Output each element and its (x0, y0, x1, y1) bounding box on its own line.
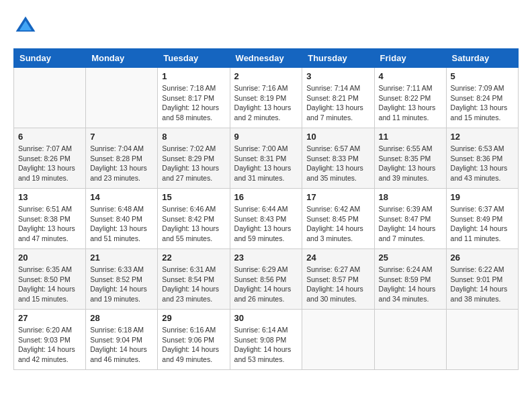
day-number: 9 (234, 132, 298, 142)
day-info: Sunrise: 6:37 AMSunset: 8:49 PMDaylight:… (451, 204, 514, 244)
day-info: Sunrise: 6:14 AMSunset: 9:08 PMDaylight:… (234, 325, 298, 365)
day-number: 30 (234, 313, 298, 323)
day-info: Sunrise: 6:20 AMSunset: 9:03 PMDaylight:… (18, 325, 81, 365)
day-info: Sunrise: 6:48 AMSunset: 8:40 PMDaylight:… (90, 204, 153, 244)
calendar-day-cell: 24Sunrise: 6:27 AMSunset: 8:57 PMDayligh… (302, 249, 374, 310)
day-info: Sunrise: 6:35 AMSunset: 8:50 PMDaylight:… (18, 265, 81, 304)
day-number: 24 (306, 253, 369, 263)
calendar-day-cell: 11Sunrise: 6:55 AMSunset: 8:35 PMDayligh… (374, 128, 446, 189)
calendar-day-cell: 25Sunrise: 6:24 AMSunset: 8:59 PMDayligh… (374, 249, 446, 310)
logo (13, 13, 42, 38)
calendar-day-cell: 29Sunrise: 6:16 AMSunset: 9:06 PMDayligh… (158, 310, 230, 370)
day-info: Sunrise: 7:07 AMSunset: 8:26 PMDaylight:… (18, 144, 81, 183)
calendar-day-cell: 22Sunrise: 6:31 AMSunset: 8:54 PMDayligh… (158, 249, 230, 310)
day-info: Sunrise: 7:00 AMSunset: 8:31 PMDaylight:… (234, 144, 298, 183)
day-info: Sunrise: 6:24 AMSunset: 8:59 PMDaylight:… (379, 265, 442, 304)
calendar-day-cell: 13Sunrise: 6:51 AMSunset: 8:38 PMDayligh… (14, 189, 86, 249)
calendar-week-row: 20Sunrise: 6:35 AMSunset: 8:50 PMDayligh… (14, 249, 519, 310)
calendar-day-cell: 5Sunrise: 7:09 AMSunset: 8:24 PMDaylight… (446, 68, 518, 128)
calendar-day-cell: 17Sunrise: 6:42 AMSunset: 8:45 PMDayligh… (302, 189, 374, 249)
calendar-day-cell: 14Sunrise: 6:48 AMSunset: 8:40 PMDayligh… (86, 189, 158, 249)
day-info: Sunrise: 7:16 AMSunset: 8:19 PMDaylight:… (234, 83, 298, 123)
weekday-header-wednesday: Wednesday (230, 49, 302, 68)
calendar-day-cell: 18Sunrise: 6:39 AMSunset: 8:47 PMDayligh… (374, 189, 446, 249)
day-number: 13 (18, 192, 81, 202)
calendar-week-row: 6Sunrise: 7:07 AMSunset: 8:26 PMDaylight… (14, 128, 519, 189)
day-number: 11 (379, 132, 442, 142)
day-number: 6 (18, 132, 81, 142)
day-number: 16 (234, 192, 298, 202)
calendar-day-cell (86, 68, 158, 128)
day-number: 2 (234, 71, 298, 81)
calendar-day-cell (374, 310, 446, 370)
calendar-day-cell: 1Sunrise: 7:18 AMSunset: 8:17 PMDaylight… (158, 68, 230, 128)
weekday-header-row: SundayMondayTuesdayWednesdayThursdayFrid… (14, 49, 519, 68)
day-info: Sunrise: 6:55 AMSunset: 8:35 PMDaylight:… (379, 144, 442, 183)
day-info: Sunrise: 6:51 AMSunset: 8:38 PMDaylight:… (18, 204, 81, 244)
day-info: Sunrise: 6:53 AMSunset: 8:36 PMDaylight:… (451, 144, 514, 183)
calendar-day-cell: 21Sunrise: 6:33 AMSunset: 8:52 PMDayligh… (86, 249, 158, 310)
calendar-week-row: 13Sunrise: 6:51 AMSunset: 8:38 PMDayligh… (14, 189, 519, 249)
day-number: 14 (90, 192, 153, 202)
calendar-day-cell: 15Sunrise: 6:46 AMSunset: 8:42 PMDayligh… (158, 189, 230, 249)
day-info: Sunrise: 6:44 AMSunset: 8:43 PMDaylight:… (234, 204, 298, 244)
day-number: 25 (379, 253, 442, 263)
calendar-day-cell: 4Sunrise: 7:11 AMSunset: 8:22 PMDaylight… (374, 68, 446, 128)
calendar-day-cell: 9Sunrise: 7:00 AMSunset: 8:31 PMDaylight… (230, 128, 302, 189)
calendar-day-cell: 27Sunrise: 6:20 AMSunset: 9:03 PMDayligh… (14, 310, 86, 370)
day-info: Sunrise: 7:09 AMSunset: 8:24 PMDaylight:… (451, 83, 514, 123)
calendar-day-cell (302, 310, 374, 370)
calendar-day-cell: 28Sunrise: 6:18 AMSunset: 9:04 PMDayligh… (86, 310, 158, 370)
calendar-week-row: 27Sunrise: 6:20 AMSunset: 9:03 PMDayligh… (14, 310, 519, 370)
day-number: 27 (18, 313, 81, 323)
calendar-day-cell: 20Sunrise: 6:35 AMSunset: 8:50 PMDayligh… (14, 249, 86, 310)
day-number: 3 (306, 71, 369, 81)
calendar-day-cell: 8Sunrise: 7:02 AMSunset: 8:29 PMDaylight… (158, 128, 230, 189)
day-number: 18 (379, 192, 442, 202)
day-number: 20 (18, 253, 81, 263)
calendar-day-cell (14, 68, 86, 128)
day-number: 12 (451, 132, 514, 142)
day-info: Sunrise: 6:46 AMSunset: 8:42 PMDaylight:… (162, 204, 225, 244)
page-header (13, 13, 519, 38)
calendar-day-cell: 6Sunrise: 7:07 AMSunset: 8:26 PMDaylight… (14, 128, 86, 189)
calendar-day-cell: 12Sunrise: 6:53 AMSunset: 8:36 PMDayligh… (446, 128, 518, 189)
calendar-day-cell: 10Sunrise: 6:57 AMSunset: 8:33 PMDayligh… (302, 128, 374, 189)
day-info: Sunrise: 7:14 AMSunset: 8:21 PMDaylight:… (306, 83, 369, 123)
day-info: Sunrise: 6:42 AMSunset: 8:45 PMDaylight:… (306, 204, 369, 244)
weekday-header-friday: Friday (374, 49, 446, 68)
day-info: Sunrise: 7:04 AMSunset: 8:28 PMDaylight:… (90, 144, 153, 183)
calendar-day-cell: 26Sunrise: 6:22 AMSunset: 9:01 PMDayligh… (446, 249, 518, 310)
day-number: 23 (234, 253, 298, 263)
day-number: 10 (306, 132, 369, 142)
day-info: Sunrise: 6:33 AMSunset: 8:52 PMDaylight:… (90, 265, 153, 304)
day-info: Sunrise: 7:18 AMSunset: 8:17 PMDaylight:… (162, 83, 225, 123)
calendar-day-cell: 30Sunrise: 6:14 AMSunset: 9:08 PMDayligh… (230, 310, 302, 370)
day-info: Sunrise: 6:57 AMSunset: 8:33 PMDaylight:… (306, 144, 369, 183)
calendar-day-cell: 16Sunrise: 6:44 AMSunset: 8:43 PMDayligh… (230, 189, 302, 249)
day-number: 19 (451, 192, 514, 202)
day-number: 22 (162, 253, 225, 263)
calendar-table: SundayMondayTuesdayWednesdayThursdayFrid… (13, 48, 519, 370)
day-number: 26 (451, 253, 514, 263)
logo-icon (13, 13, 38, 38)
day-number: 29 (162, 313, 225, 323)
day-number: 17 (306, 192, 369, 202)
day-info: Sunrise: 6:39 AMSunset: 8:47 PMDaylight:… (379, 204, 442, 244)
day-number: 8 (162, 132, 225, 142)
day-number: 1 (162, 71, 225, 81)
day-number: 4 (379, 71, 442, 81)
day-info: Sunrise: 6:18 AMSunset: 9:04 PMDaylight:… (90, 325, 153, 365)
weekday-header-tuesday: Tuesday (158, 49, 230, 68)
day-number: 28 (90, 313, 153, 323)
weekday-header-saturday: Saturday (446, 49, 518, 68)
day-number: 15 (162, 192, 225, 202)
weekday-header-thursday: Thursday (302, 49, 374, 68)
day-number: 7 (90, 132, 153, 142)
weekday-header-monday: Monday (86, 49, 158, 68)
calendar-week-row: 1Sunrise: 7:18 AMSunset: 8:17 PMDaylight… (14, 68, 519, 128)
calendar-day-cell: 19Sunrise: 6:37 AMSunset: 8:49 PMDayligh… (446, 189, 518, 249)
day-info: Sunrise: 6:27 AMSunset: 8:57 PMDaylight:… (306, 265, 369, 304)
day-info: Sunrise: 7:11 AMSunset: 8:22 PMDaylight:… (379, 83, 442, 123)
day-info: Sunrise: 6:22 AMSunset: 9:01 PMDaylight:… (451, 265, 514, 304)
